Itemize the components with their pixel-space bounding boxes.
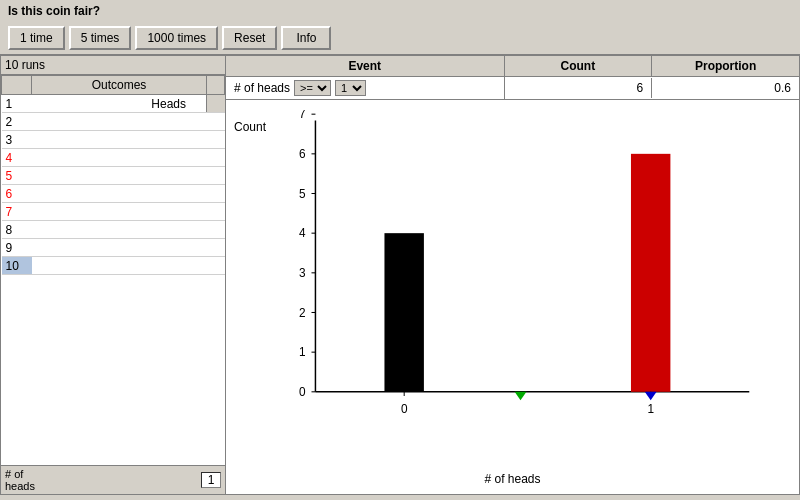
scroll-header	[207, 76, 225, 95]
outcome-val-4	[32, 149, 207, 167]
outcome-val-9	[32, 239, 207, 257]
outcome-val-1: Heads	[32, 95, 207, 113]
svg-text:4: 4	[299, 226, 306, 240]
svg-text:6: 6	[299, 147, 306, 161]
chart-svg: 0 1 2 3 4 5 6 7	[276, 110, 769, 444]
chart-y-label: Count	[234, 120, 266, 134]
outcome-val-2	[32, 113, 207, 131]
bottom-value: 1	[201, 472, 221, 488]
outcome-val-6	[32, 185, 207, 203]
svg-text:5: 5	[299, 186, 306, 200]
main-content: 10 runs Outcomes 1Heads2345678910	[0, 55, 800, 495]
chart-x-label: # of heads	[484, 472, 540, 486]
stats-header: Event Count Proportion	[226, 56, 799, 77]
row-num-8[interactable]: 8	[2, 221, 32, 239]
scroll-area[interactable]: Outcomes 1Heads2345678910	[1, 75, 225, 465]
row-num-5[interactable]: 5	[2, 167, 32, 185]
svg-text:1: 1	[299, 345, 306, 359]
green-triangle-marker	[515, 392, 527, 400]
btn-1-time[interactable]: 1 time	[8, 26, 65, 50]
svg-text:1: 1	[647, 401, 654, 415]
event-label: # of heads	[234, 81, 290, 95]
row-num-3[interactable]: 3	[2, 131, 32, 149]
btn-info[interactable]: Info	[281, 26, 331, 50]
operator-select[interactable]: >= > = < <=	[294, 80, 331, 96]
operand-select[interactable]: 1 0	[335, 80, 366, 96]
chart-area: Count 0 1 2 3 4 5 6 7	[226, 100, 799, 494]
svg-text:0: 0	[299, 385, 306, 399]
row-num-7[interactable]: 7	[2, 203, 32, 221]
bar-0	[384, 233, 423, 392]
bottom-label-text: # ofheads	[5, 468, 35, 492]
row-num-6[interactable]: 6	[2, 185, 32, 203]
page-title: Is this coin fair?	[0, 0, 800, 22]
outcome-val-8	[32, 221, 207, 239]
svg-text:3: 3	[299, 266, 306, 280]
outcome-val-10	[32, 257, 207, 275]
table-container: Outcomes 1Heads2345678910	[1, 75, 225, 465]
bar-1	[631, 154, 670, 392]
outcomes-table: Outcomes 1Heads2345678910	[1, 75, 225, 275]
row-num-4[interactable]: 4	[2, 149, 32, 167]
row-num-1[interactable]: 1	[2, 95, 32, 113]
btn-5-times[interactable]: 5 times	[69, 26, 132, 50]
event-header: Event	[226, 56, 505, 76]
proportion-header: Proportion	[652, 56, 799, 76]
outcome-val-7	[32, 203, 207, 221]
outcome-val-3	[32, 131, 207, 149]
event-cell: # of heads >= > = < <= 1 0	[226, 77, 505, 99]
row-num-2[interactable]: 2	[2, 113, 32, 131]
runs-label: 10 runs	[1, 56, 225, 75]
outcomes-header: Outcomes	[32, 76, 207, 95]
left-panel: 10 runs Outcomes 1Heads2345678910	[1, 56, 226, 494]
svg-text:7: 7	[299, 110, 306, 121]
row-num-header	[2, 76, 32, 95]
event-row: # of heads >= > = < <= 1 0 6 0.6	[226, 77, 799, 100]
count-header: Count	[505, 56, 653, 76]
btn-1000-times[interactable]: 1000 times	[135, 26, 218, 50]
right-panel: Event Count Proportion # of heads >= > =…	[226, 56, 799, 494]
outcome-val-5	[32, 167, 207, 185]
toolbar: 1 time 5 times 1000 times Reset Info	[0, 22, 800, 55]
row-num-9[interactable]: 9	[2, 239, 32, 257]
bottom-label: # ofheads 1	[1, 465, 225, 494]
proportion-value: 0.6	[652, 78, 799, 98]
row-num-10[interactable]: 10	[2, 257, 32, 275]
btn-reset[interactable]: Reset	[222, 26, 277, 50]
svg-text:0: 0	[401, 401, 408, 415]
svg-text:2: 2	[299, 305, 306, 319]
blue-triangle-marker	[645, 392, 657, 400]
count-value: 6	[505, 78, 653, 98]
